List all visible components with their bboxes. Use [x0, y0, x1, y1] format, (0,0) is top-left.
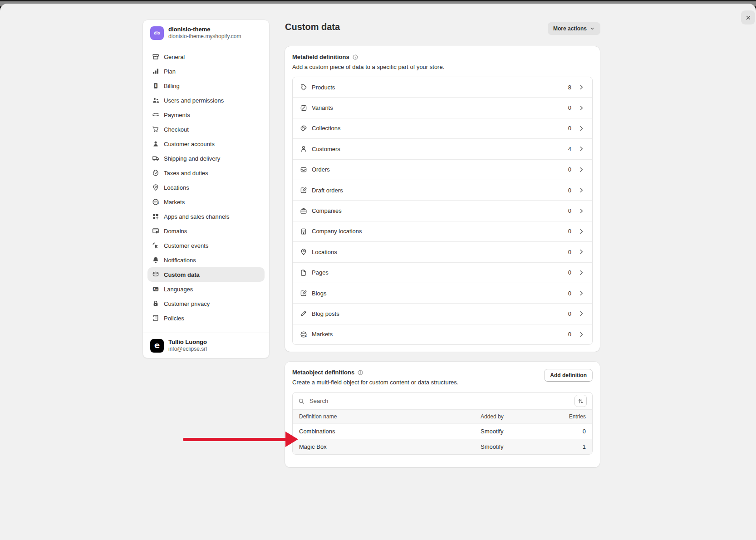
sidebar-item-billing[interactable]: $Billing	[147, 79, 265, 93]
chevron-down-icon	[589, 26, 595, 31]
metafield-row-pages[interactable]: Pages0	[293, 262, 592, 283]
sidebar-item-plan[interactable]: Plan	[147, 64, 265, 79]
svg-text:$: $	[305, 334, 307, 337]
collections-icon	[300, 125, 307, 132]
user-avatar: e	[150, 339, 164, 353]
sidebar-item-label: Customer accounts	[164, 141, 215, 147]
payments-icon	[152, 111, 159, 118]
metafield-row-count: 0	[568, 310, 571, 317]
metafield-row-count: 0	[568, 125, 571, 132]
chevron-right-icon	[578, 207, 585, 215]
sidebar-item-notifications[interactable]: Notifications	[147, 253, 265, 267]
sidebar-item-locations[interactable]: Locations	[147, 180, 265, 195]
sidebar-item-apps-and-sales-channels[interactable]: Apps and sales channels	[147, 209, 265, 224]
variant-icon	[300, 104, 307, 112]
sidebar-item-checkout[interactable]: Checkout	[147, 122, 265, 137]
chevron-right-icon	[578, 125, 585, 132]
svg-text:$: $	[157, 202, 159, 205]
annotation-arrow-line	[183, 438, 286, 441]
metafield-row-label: Products	[312, 84, 335, 91]
metafield-row-label: Locations	[312, 249, 337, 255]
tag-icon	[300, 83, 307, 91]
cart-icon	[152, 126, 159, 133]
metafield-row-count: 0	[568, 207, 571, 214]
metafield-row-label: Pages	[312, 269, 329, 276]
user-footer[interactable]: e Tullio Luongo info@eclipse.srl	[143, 333, 269, 358]
metafield-row-locations[interactable]: Locations0	[293, 241, 592, 262]
store-avatar: dio	[150, 26, 164, 40]
column-header-entries: Entries	[553, 413, 586, 420]
metafield-row-collections[interactable]: Collections0	[293, 118, 592, 138]
metafield-row-company-locations[interactable]: Company locations0	[293, 221, 592, 241]
store-domain: dionisio-theme.myshopify.com	[168, 33, 241, 40]
sidebar-item-label: Customer privacy	[164, 300, 210, 307]
lock-icon	[152, 300, 159, 307]
close-button[interactable]	[741, 10, 755, 25]
settings-sidebar: dio dionisio-theme dionisio-theme.myshop…	[142, 20, 270, 358]
table-row-magic-box[interactable]: Magic BoxSmootify1	[293, 439, 592, 454]
metafield-row-blogs[interactable]: Blogs0	[293, 283, 592, 303]
metafield-row-count: 0	[568, 290, 571, 297]
sidebar-item-customer-privacy[interactable]: Customer privacy	[147, 296, 265, 311]
chevron-right-icon	[578, 290, 585, 297]
annotation-arrow-head	[285, 432, 298, 447]
metafield-row-companies[interactable]: Companies0	[293, 200, 592, 221]
sidebar-item-label: Domains	[164, 228, 187, 235]
metaobject-definitions-title: Metaobject definitions	[292, 369, 354, 376]
store-icon	[152, 53, 159, 60]
sidebar-item-customer-events[interactable]: Customer events	[147, 238, 265, 253]
metafield-row-draft-orders[interactable]: Draft orders0	[293, 180, 592, 200]
table-cell-entries: 0	[553, 428, 586, 435]
store-header[interactable]: dio dionisio-theme dionisio-theme.myshop…	[143, 20, 269, 46]
metafield-row-orders[interactable]: Orders0	[293, 159, 592, 180]
sidebar-item-label: General	[164, 54, 185, 60]
add-definition-button[interactable]: Add definition	[544, 369, 593, 382]
sidebar-item-markets[interactable]: $Markets	[147, 195, 265, 209]
search-input[interactable]	[309, 397, 570, 405]
metafield-row-count: 0	[568, 249, 571, 255]
sidebar-item-domains[interactable]: Domains	[147, 224, 265, 238]
metafield-row-products[interactable]: Products8	[293, 77, 592, 97]
info-icon[interactable]	[352, 54, 358, 60]
metafield-row-blog-posts[interactable]: Blog posts0	[293, 303, 592, 324]
inbox-icon	[300, 166, 307, 173]
more-actions-button[interactable]: More actions	[548, 22, 600, 35]
sidebar-item-custom-data[interactable]: Custom data	[147, 267, 265, 282]
sidebar-item-label: Locations	[164, 184, 189, 191]
globe-icon: $	[300, 331, 307, 338]
metafield-row-markets[interactable]: $Markets0	[293, 324, 592, 344]
chevron-right-icon	[578, 248, 585, 255]
metafield-row-customers[interactable]: Customers4	[293, 138, 592, 159]
info-icon[interactable]	[357, 369, 363, 376]
languages-icon: Aa	[152, 285, 159, 293]
sidebar-item-general[interactable]: General	[147, 49, 265, 64]
metafield-row-count: 0	[568, 228, 571, 235]
policies-icon	[152, 314, 159, 322]
sidebar-item-payments[interactable]: Payments	[147, 108, 265, 122]
sidebar-item-shipping-and-delivery[interactable]: Shipping and delivery	[147, 151, 265, 166]
person-icon	[152, 140, 159, 147]
sidebar-item-languages[interactable]: AaLanguages	[147, 282, 265, 296]
page-title: Custom data	[285, 22, 340, 32]
pin-icon	[152, 184, 159, 191]
sidebar-item-label: Policies	[164, 315, 184, 322]
sidebar-item-policies[interactable]: Policies	[147, 311, 265, 325]
search-row	[293, 393, 592, 409]
sidebar-item-customer-accounts[interactable]: Customer accounts	[147, 137, 265, 151]
sidebar-item-users-and-permissions[interactable]: Users and permissions	[147, 93, 265, 108]
sidebar-item-label: Billing	[164, 83, 180, 89]
user-name: Tullio Luongo	[168, 339, 207, 346]
metafield-row-variants[interactable]: Variants0	[293, 97, 592, 118]
globe-icon: $	[152, 198, 159, 206]
sidebar-item-taxes-and-duties[interactable]: Taxes and duties	[147, 166, 265, 180]
sort-button[interactable]	[574, 395, 587, 407]
truck-icon	[152, 155, 159, 162]
metaobject-definitions-subtitle: Create a multi-field object for custom c…	[292, 378, 458, 387]
metafield-row-count: 0	[568, 187, 571, 194]
briefcase-icon	[300, 207, 307, 215]
table-cell-entries: 1	[553, 443, 586, 450]
user-email: info@eclipse.srl	[168, 346, 207, 353]
sidebar-item-label: Notifications	[164, 257, 196, 264]
table-row-combinations[interactable]: CombinationsSmootify0	[293, 423, 592, 439]
plan-icon	[152, 68, 159, 75]
